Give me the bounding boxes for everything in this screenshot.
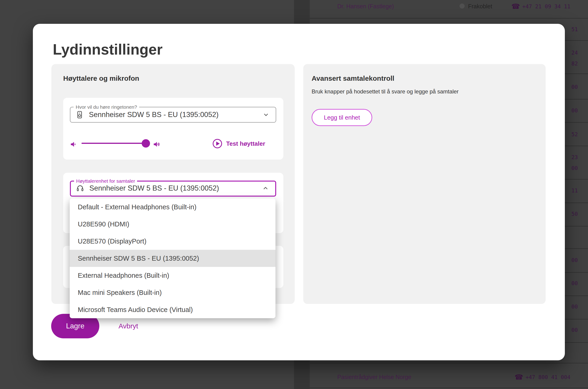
sound-settings-dialog: Lydinnstillinger Høyttalere og mikrofon … <box>33 24 565 360</box>
menu-item-device[interactable]: U28E590 (HDMI) <box>70 216 275 233</box>
partial-phone-number: 00 <box>571 304 578 310</box>
test-speaker-button[interactable]: Test høyttaler <box>212 138 265 149</box>
play-circle-icon <box>212 138 222 149</box>
partial-phone-number: 00 <box>571 84 578 90</box>
test-speaker-label: Test høyttaler <box>226 140 265 147</box>
partial-phone-number: 00 <box>571 280 578 286</box>
speaker-icon <box>75 111 84 119</box>
device-dropdown-menu: Default - External Headphones (Built-in)… <box>70 198 275 318</box>
headset-icon <box>76 184 84 193</box>
partial-phone-number: 23 <box>571 154 578 160</box>
contact-phone-row: ☎ +47 21 09 34 11 <box>511 2 570 10</box>
partial-phone-number: 51 <box>571 26 578 32</box>
ringtone-select-label: Hvor vil du høre ringetonen? <box>76 104 137 110</box>
contact-status: Frakoblet <box>468 3 492 10</box>
partial-phone-number: 52 <box>571 131 578 137</box>
menu-item-device[interactable]: Default - External Headphones (Built-in) <box>70 198 275 216</box>
phone-icon: ☎ <box>511 2 520 10</box>
contact-name: Pasientrådgiver Helse Norge <box>337 374 411 381</box>
ringtone-device-select[interactable]: Hvor vil du høre ringetonen? Sennheiser … <box>70 104 276 123</box>
menu-item-device[interactable]: U28E570 (DisplayPort) <box>70 233 275 250</box>
volume-low-icon <box>70 140 78 148</box>
status-dot-icon <box>460 3 465 8</box>
advanced-call-panel: Avansert samtalekontroll Bruk knapper på… <box>303 64 546 304</box>
volume-slider-track[interactable] <box>81 143 146 144</box>
partial-phone-number: 00 <box>571 257 578 263</box>
menu-item-device[interactable]: External Headphones (Built-in) <box>70 267 275 284</box>
phone-icon: ☎ <box>514 373 523 381</box>
cancel-button[interactable]: Avbryt <box>118 322 138 330</box>
dialog-title: Lydinnstillinger <box>53 41 162 58</box>
partial-phone-number: 00 <box>571 327 578 333</box>
volume-slider-thumb[interactable] <box>142 139 150 148</box>
advanced-panel-heading: Avansert samtalekontroll <box>312 74 394 82</box>
row-divider <box>310 18 588 19</box>
contact-phone: +47 21 09 34 11 <box>522 3 570 9</box>
ringtone-card: Hvor vil du høre ringetonen? Sennheiser … <box>63 98 283 160</box>
call-speaker-select-label: Høyttalerenhet for samtaler <box>76 178 135 184</box>
ringtone-select-value: Sennheiser SDW 5 BS - EU (1395:0052) <box>89 111 219 119</box>
contact-phone-row: ☎ +47 800 41 004 <box>514 373 570 381</box>
menu-item-device[interactable]: Microsoft Teams Audio Device (Virtual) <box>70 301 275 318</box>
contact-phone: +47 800 41 004 <box>525 374 570 380</box>
row-divider <box>310 363 588 363</box>
menu-item-device[interactable]: Mac mini Speakers (Built-in) <box>70 284 275 301</box>
chevron-down-icon[interactable] <box>262 111 270 118</box>
partial-phone-number: 24 <box>571 50 578 56</box>
add-device-button[interactable]: Legg til enhet <box>312 109 372 126</box>
row-divider <box>310 388 588 388</box>
speakers-panel-heading: Høyttalere og mikrofon <box>63 74 139 82</box>
call-speaker-select-value: Sennheiser SDW 5 BS - EU (1395:0052) <box>89 184 219 193</box>
advanced-panel-description: Bruk knapper på hodesettet til å svare o… <box>312 88 459 95</box>
partial-phone-number: 11 <box>571 188 578 194</box>
partial-phone-number: 00 <box>571 165 578 171</box>
contact-name: Dr. Hansen (Fastlege) <box>337 3 394 10</box>
call-speaker-select[interactable]: Høyttalerenhet for samtaler Sennheiser S… <box>70 179 276 196</box>
menu-item-device-selected[interactable]: Sennheiser SDW 5 BS - EU (1395:0052) <box>70 250 275 267</box>
partial-phone-number: 50 <box>571 211 578 217</box>
chevron-up-icon[interactable] <box>262 185 269 192</box>
volume-up-icon <box>152 140 161 148</box>
partial-phone-number: 00 <box>571 107 578 114</box>
partial-phone-number: 82 <box>571 61 578 66</box>
